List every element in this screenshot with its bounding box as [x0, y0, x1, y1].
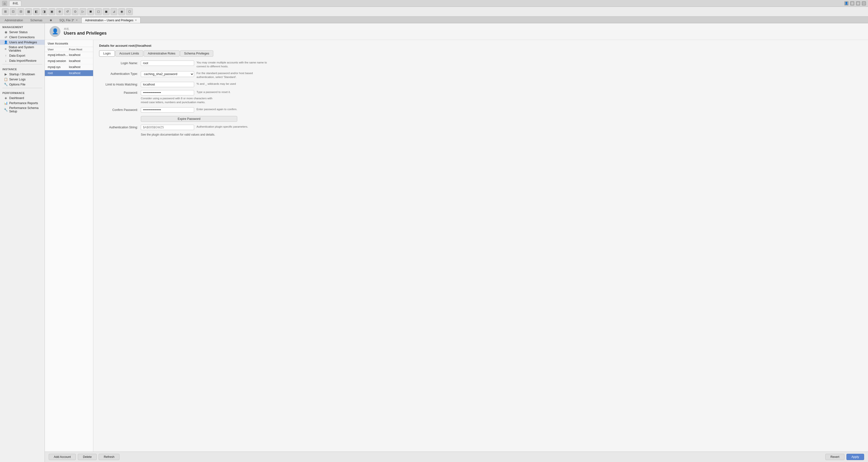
sidebar-item-server-logs[interactable]: 📋 Server Logs [0, 77, 44, 82]
tab-schemas[interactable]: Schemas [27, 17, 46, 23]
limit-hosts-hint: % and _ wildcards may be used [196, 82, 236, 86]
page-title: Users and Privileges [64, 31, 106, 36]
user-row[interactable]: mysql.infoschema localhost [45, 52, 93, 58]
auth-string-input[interactable] [141, 125, 194, 130]
startup-icon: ▶ [4, 72, 8, 76]
toolbar-btn-2[interactable]: ⊡ [10, 8, 17, 15]
layout-icon-3[interactable]: ◫ [862, 1, 866, 6]
title-tab[interactable]: 本机 [9, 1, 21, 6]
revert-button[interactable]: Revert [825, 454, 844, 460]
login-name-row: Login Name: You may create multiple acco… [99, 61, 862, 68]
toolbar-btn-10[interactable]: ⊙ [72, 8, 79, 15]
sidebar: MANAGEMENT ◉ Server Status ⇄ Client Conn… [0, 23, 45, 462]
toolbar-btn-7[interactable]: ▣ [49, 8, 55, 15]
login-name-label: Login Name: [99, 61, 138, 65]
login-name-input[interactable] [141, 61, 194, 66]
toolbar-btn-1[interactable]: ⊞ [2, 8, 9, 15]
management-section-title: MANAGEMENT [0, 23, 44, 30]
toolbar-btn-6[interactable]: ◨ [41, 8, 48, 15]
tab-login[interactable]: Login [99, 51, 115, 57]
dashboard-icon: ◈ [4, 96, 8, 100]
auth-type-control: caching_sha2_password mysql_native_passw… [141, 71, 269, 79]
detail-tabs: Login Account Limits Administrative Role… [99, 51, 862, 57]
limit-hosts-input[interactable] [141, 82, 194, 87]
sidebar-item-options-file[interactable]: 🔧 Options File [0, 82, 44, 87]
password-input[interactable] [141, 90, 194, 95]
limit-hosts-control: % and _ wildcards may be used [141, 82, 236, 87]
close-sql-tab-icon[interactable]: ✕ [75, 19, 78, 22]
auth-type-hint: For the standard password and/or host ba… [196, 71, 269, 79]
data-import-icon: ↓ [4, 59, 8, 63]
limit-hosts-label: Limit to Hosts Matching: [99, 82, 138, 86]
data-export-icon: ↑ [4, 54, 8, 57]
tab-admin-roles[interactable]: Administrative Roles [144, 51, 180, 57]
toolbar-btn-15[interactable]: ⊿ [111, 8, 117, 15]
sidebar-item-server-status[interactable]: ◉ Server Status [0, 30, 44, 35]
sidebar-item-dashboard[interactable]: ◈ Dashboard [0, 95, 44, 100]
tab-account-limits[interactable]: Account Limits [115, 51, 143, 57]
sidebar-item-status-system-vars[interactable]: ≡ Status and System Variables [0, 45, 44, 53]
details-title: Details for account root@localhost [99, 44, 862, 47]
user-accounts-title: User Accounts [45, 40, 93, 47]
close-users-tab-icon[interactable]: ✕ [135, 19, 137, 22]
login-name-control: You may create multiple accounts with th… [141, 61, 269, 68]
confirm-password-label: Confirm Password: [99, 107, 138, 111]
details-panel: Details for account root@localhost Login… [93, 40, 868, 452]
sidebar-item-data-import[interactable]: ↓ Data Import/Restore [0, 58, 44, 63]
client-connections-icon: ⇄ [4, 35, 8, 39]
sidebar-item-data-export[interactable]: ↑ Data Export [0, 53, 44, 58]
auth-string-hint: Authentication plugin specific parameter… [196, 125, 248, 129]
toolbar-btn-13[interactable]: ◻ [95, 8, 102, 15]
tab-sql-file[interactable]: SQL File 3* ✕ [56, 17, 82, 23]
status-vars-icon: ≡ [4, 47, 7, 51]
auth-type-select[interactable]: caching_sha2_password mysql_native_passw… [141, 71, 194, 77]
home-button[interactable]: ⌂ [2, 1, 7, 6]
tab-star[interactable]: ✱ [46, 17, 56, 23]
user-row-root[interactable]: root localhost [45, 70, 93, 76]
toolbar-btn-8[interactable]: ⊕ [56, 8, 63, 15]
performance-reports-icon: 📊 [4, 101, 8, 105]
toolbar-btn-4[interactable]: ▦ [25, 8, 32, 15]
layout-icon-2[interactable]: ▤ [856, 1, 860, 6]
sidebar-item-client-connections[interactable]: ⇄ Client Connections [0, 35, 44, 40]
apply-button[interactable]: Apply [846, 454, 864, 460]
user-row[interactable]: mysql.sys localhost [45, 64, 93, 70]
auth-type-row: Authentication Type: caching_sha2_passwo… [99, 71, 862, 79]
sidebar-item-performance-reports[interactable]: 📊 Performance Reports [0, 100, 44, 106]
login-name-inline: You may create multiple accounts with th… [141, 61, 269, 68]
user-row[interactable]: mysql.session localhost [45, 58, 93, 64]
toolbar-btn-11[interactable]: ▷ [80, 8, 86, 15]
confirm-password-input[interactable] [141, 107, 194, 112]
toolbar-btn-14[interactable]: ◼ [103, 8, 110, 15]
toolbar-btn-9[interactable]: ↺ [64, 8, 71, 15]
instance-section-title: INSTANCE [0, 65, 44, 72]
toolbar-btn-5[interactable]: ◧ [33, 8, 40, 15]
password-control: Type a password to reset it. Consider us… [141, 90, 231, 104]
toolbar-btn-17[interactable]: ⬡ [126, 8, 133, 15]
toolbar-btn-3[interactable]: ⊟ [18, 8, 24, 15]
refresh-button[interactable]: Refresh [99, 454, 120, 460]
add-account-button[interactable]: Add Account [49, 454, 76, 460]
users-privileges-icon: 👤 [4, 40, 8, 44]
sidebar-item-performance-schema[interactable]: 🔧 Performance Schema Setup [0, 106, 44, 114]
server-status-icon: ◉ [4, 30, 8, 34]
delete-button[interactable]: Delete [78, 454, 97, 460]
performance-section-title: PERFORMANCE [0, 89, 44, 95]
layout-icon-1[interactable]: ▥ [850, 1, 855, 6]
user-icon[interactable]: 👤 [844, 1, 848, 6]
sidebar-item-users-privileges[interactable]: 👤 Users and Privileges [0, 40, 44, 45]
limit-hosts-row: Limit to Hosts Matching: % and _ wildcar… [99, 82, 862, 87]
content-area: 👤 本机 Users and Privileges User Accounts … [45, 23, 868, 462]
tab-administration[interactable]: Administration [1, 17, 27, 23]
tab-users-privileges[interactable]: Administration – Users and Privileges ✕ [82, 17, 141, 23]
auth-string-inline: Authentication plugin specific parameter… [141, 125, 248, 130]
expire-password-button[interactable]: Expire Password [141, 116, 237, 122]
toolbar-btn-16[interactable]: ◉ [118, 8, 125, 15]
tab-schema-privileges[interactable]: Schema Privileges [180, 51, 214, 57]
main-layout: MANAGEMENT ◉ Server Status ⇄ Client Conn… [0, 23, 868, 462]
toolbar-btn-12[interactable]: ⏹ [87, 8, 94, 15]
sidebar-item-startup-shutdown[interactable]: ▶ Startup / Shutdown [0, 72, 44, 77]
password-hint: Type a password to reset it. [196, 90, 231, 94]
auth-string-row: Authentication String: Authentication pl… [99, 125, 862, 136]
col-user-header: User [48, 48, 69, 51]
